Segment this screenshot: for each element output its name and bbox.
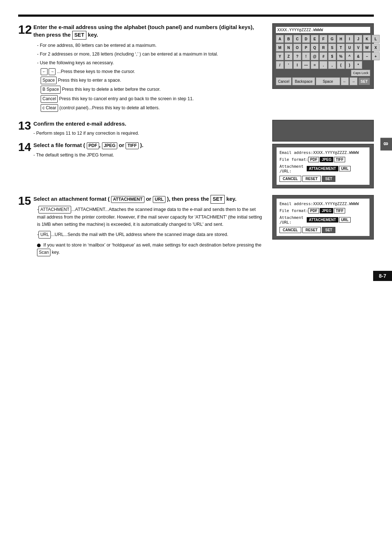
tiff-key-title: TIFF: [126, 142, 138, 149]
attach-label-14: Attachment /URL:: [279, 164, 307, 174]
key-F[interactable]: F: [319, 35, 327, 43]
kb-row-2: M N O P Q R S T U V W X: [276, 44, 370, 52]
pdf-btn-15[interactable]: PDF: [308, 208, 319, 213]
key-rbrace[interactable]: }: [346, 61, 354, 69]
left-arrow-icon: ←: [41, 68, 48, 76]
key-L[interactable]: L: [372, 35, 380, 43]
key-comma[interactable]: ,: [328, 61, 336, 69]
key-plus[interactable]: +: [372, 52, 380, 60]
section-13: 13 Confirm the entered e-mail address. -…: [18, 120, 265, 137]
key-caret[interactable]: ^: [346, 52, 354, 60]
url-inline-key: URL: [38, 231, 51, 239]
panel-bottom-15: CANCEL RESET SET: [279, 227, 367, 233]
kb-row-1: A B C D E F G H I J K L: [276, 35, 370, 43]
right-arrow-icon: →: [49, 68, 56, 76]
format-buttons-15: PDF JPEG TIFF: [308, 208, 345, 213]
key-slash[interactable]: /: [276, 61, 284, 69]
section-13-panel: [272, 120, 374, 142]
key-P[interactable]: P: [302, 44, 310, 52]
key-C[interactable]: C: [293, 35, 301, 43]
key-question[interactable]: ?: [293, 52, 301, 60]
key-star[interactable]: *: [354, 61, 362, 69]
key-hash[interactable]: #: [319, 52, 327, 60]
cancel-btn-15[interactable]: CANCEL: [279, 227, 301, 233]
space-key: Space: [41, 77, 57, 84]
bullet-2: - For 2 addresses or more, 128 letters (…: [37, 50, 265, 58]
key-S[interactable]: S: [328, 44, 336, 52]
section-14-number: 14: [18, 141, 33, 159]
key-amp[interactable]: &: [354, 52, 362, 60]
section-14-panel: Email address: XXXX.YYYY@ZZZZ.WWWW File …: [272, 144, 374, 188]
key-J[interactable]: J: [354, 35, 362, 43]
key-O[interactable]: O: [293, 44, 301, 52]
key-K[interactable]: K: [363, 35, 371, 43]
key-H[interactable]: H: [337, 35, 345, 43]
attachment-btn-14[interactable]: ATTACHEMENT: [307, 166, 338, 171]
tiff-btn-15[interactable]: TIFF: [334, 208, 345, 213]
jpeg-btn-15[interactable]: JPEG: [320, 208, 333, 213]
key-X[interactable]: X: [372, 44, 380, 52]
key-equals[interactable]: =: [311, 61, 319, 69]
key-dash[interactable]: –: [363, 52, 371, 60]
key-D[interactable]: D: [302, 35, 310, 43]
kb-row-4: / ' I — = . , { } *: [276, 61, 370, 69]
key-lbrace[interactable]: {: [337, 61, 345, 69]
kb-cancel-button[interactable]: Cancel: [276, 77, 291, 85]
kb-set-button[interactable]: SET: [358, 77, 370, 85]
jpeg-btn-14[interactable]: JPEG: [320, 157, 333, 162]
section-15-right: Email address: XXXX.YYYY@ZZZZ.WWWW File …: [272, 195, 374, 258]
key-percent[interactable]: %: [337, 52, 345, 60]
key-N[interactable]: N: [285, 44, 293, 52]
key-I[interactable]: I: [346, 35, 354, 43]
address-bar: XXXX.YYYY@ZZZZ.WWWW: [276, 27, 370, 33]
key-M[interactable]: M: [276, 44, 284, 52]
key-B[interactable]: B: [285, 35, 293, 43]
kb-space-button[interactable]: Space: [316, 77, 340, 85]
section-15-bullet-mailbox: If you want to store in ‘mailbox’ or ‘ho…: [37, 241, 265, 256]
url-btn-15[interactable]: URL: [339, 217, 351, 223]
set-btn-15[interactable]: SET: [322, 227, 335, 233]
key-exclaim[interactable]: !: [302, 52, 310, 60]
key-T[interactable]: T: [337, 44, 345, 52]
key-R[interactable]: R: [319, 44, 327, 52]
key-emdash[interactable]: —: [302, 61, 310, 69]
kb-left-arrow-button[interactable]: ←: [341, 77, 349, 85]
bullet-dot: [37, 244, 41, 247]
key-U[interactable]: U: [346, 44, 354, 52]
key-G[interactable]: G: [328, 35, 336, 43]
section-15-content: Select an attachment format ( ATTACHMENT…: [33, 195, 265, 258]
key-apos[interactable]: ': [285, 61, 293, 69]
cclear-key: c Clear: [41, 104, 58, 112]
key-Y[interactable]: Y: [276, 52, 284, 60]
key-dot[interactable]: .: [319, 61, 327, 69]
kb-backspace-button[interactable]: Backspace: [292, 77, 315, 85]
key-E[interactable]: E: [311, 35, 319, 43]
key-dollar[interactable]: $: [328, 52, 336, 60]
attachment-btn-15[interactable]: ATTACHEMENT: [307, 217, 338, 223]
reset-btn-15[interactable]: RESET: [302, 227, 321, 233]
key-A[interactable]: A: [276, 35, 284, 43]
email-address-value-14: XXXX.YYYY@ZZZZ.WWWW: [313, 150, 359, 155]
key-Q[interactable]: Q: [311, 44, 319, 52]
file-format-label-15: File format:: [279, 208, 308, 213]
email-address-row-15: Email address: XXXX.YYYY@ZZZZ.WWWW: [279, 201, 367, 206]
pdf-btn-14[interactable]: PDF: [308, 157, 319, 162]
reset-btn-14[interactable]: RESET: [302, 176, 321, 182]
section-13-content: Confirm the entered e-mail address. - Pe…: [33, 120, 265, 137]
key-V[interactable]: V: [354, 44, 362, 52]
section-13-14-left: 13 Confirm the entered e-mail address. -…: [18, 120, 265, 188]
set-btn-14[interactable]: SET: [322, 176, 335, 182]
section-15-number: 15: [18, 195, 33, 258]
capslock-key[interactable]: Caps Lock: [351, 70, 370, 76]
key-at[interactable]: @: [311, 52, 319, 60]
email-address-value-15: XXXX.YYYY@ZZZZ.WWWW: [313, 201, 359, 206]
url-btn-14[interactable]: URL: [339, 166, 351, 171]
email-address-row-14: Email address: XXXX.YYYY@ZZZZ.WWWW: [279, 150, 367, 155]
cancel-btn-14[interactable]: CANCEL: [279, 176, 301, 182]
tiff-btn-14[interactable]: TIFF: [334, 157, 345, 162]
key-W[interactable]: W: [363, 44, 371, 52]
key-pipe[interactable]: I: [293, 61, 301, 69]
key-Z[interactable]: Z: [285, 52, 293, 60]
kb-right-arrow-button[interactable]: →: [350, 77, 358, 85]
chapter-tab: 8: [380, 138, 392, 151]
